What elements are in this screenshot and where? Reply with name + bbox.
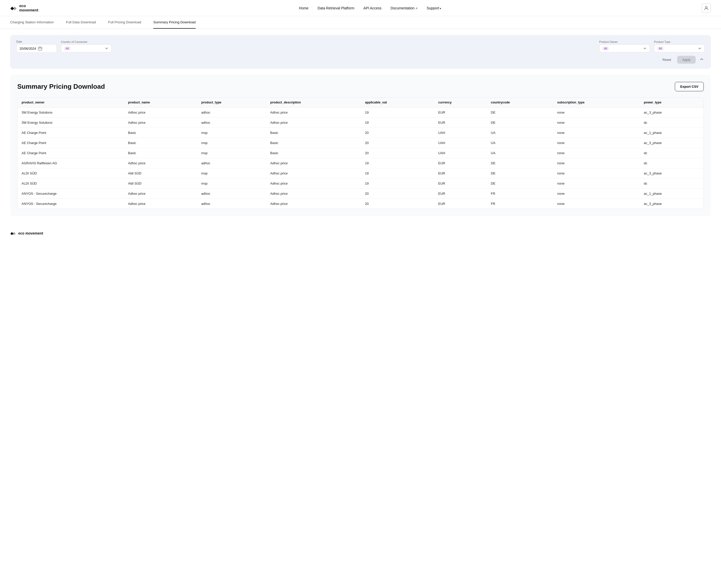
- tab-summary-pricing[interactable]: Summary Pricing Download: [153, 16, 196, 29]
- logo-icon: [10, 4, 17, 12]
- cell-countrycode: UA: [487, 148, 553, 158]
- cell-power_type: ac_3_phase: [640, 138, 703, 148]
- tab-full-data[interactable]: Full Data Download: [66, 16, 96, 29]
- footer-logo: eco movement: [10, 230, 43, 236]
- apply-button[interactable]: Apply: [677, 56, 696, 64]
- table-row: AGRAVIS Raiffeisen AGAdhoc priceadhocAdh…: [18, 158, 703, 168]
- nav-link-home[interactable]: Home: [299, 6, 308, 10]
- table-row: ANYOS - SecurechargeAdhoc priceadhocAdho…: [18, 199, 703, 209]
- table-row: AE Charge PointBasicmspBasic20UAHUAnonea…: [18, 128, 703, 138]
- data-table-wrapper: product_owner product_name product_type …: [17, 97, 704, 209]
- user-avatar[interactable]: [702, 3, 711, 13]
- nav-link-api[interactable]: API Access: [363, 6, 381, 10]
- chevron-down-icon: [105, 47, 108, 50]
- cell-product_description: Adhoc price: [266, 107, 361, 118]
- cell-power_type: ac_1_phase: [640, 189, 703, 199]
- cell-power_type: dc: [640, 148, 703, 158]
- table-row: ALDI SÜDAldi SÜDmspAdhoc price19EURDEnon…: [18, 178, 703, 189]
- nav-links: Home Data Retrieval Platform API Access …: [299, 6, 441, 10]
- cell-product_description: Basic: [266, 128, 361, 138]
- cell-currency: UAH: [434, 128, 487, 138]
- col-product-type: product_type: [197, 98, 266, 107]
- brand-logo[interactable]: eco movement: [10, 4, 38, 12]
- cell-product_name: Basic: [124, 138, 197, 148]
- date-value: 20/06/2024: [20, 47, 36, 50]
- cell-power_type: ac_1_phase: [640, 128, 703, 138]
- user-icon: [704, 6, 708, 10]
- cell-product_type: msp: [197, 128, 266, 138]
- cell-product_owner: AE Charge Point: [18, 138, 124, 148]
- nav-item-docs[interactable]: Documentation: [390, 6, 418, 10]
- footer-brand-line1: eco: [18, 231, 24, 235]
- nav-link-drp[interactable]: Data Retrieval Platform: [318, 6, 354, 10]
- tab-charging-station[interactable]: Charging Station Information: [10, 16, 54, 29]
- cell-product_name: Adhoc price: [124, 189, 197, 199]
- nav-link-support[interactable]: Support: [427, 6, 441, 10]
- cell-product_owner: ALDI SÜD: [18, 168, 124, 178]
- cell-product_owner: AE Charge Point: [18, 128, 124, 138]
- product-type-select[interactable]: All: [654, 44, 705, 52]
- cell-product_owner: AE Charge Point: [18, 148, 124, 158]
- collapse-button[interactable]: [699, 56, 705, 63]
- filter-row: Date 20/06/2024 Country of Connector All: [16, 40, 705, 53]
- reset-button[interactable]: Reset: [660, 56, 674, 63]
- cell-product_name: Basic: [124, 148, 197, 158]
- cell-product_name: Adhoc price: [124, 107, 197, 118]
- svg-rect-3: [38, 47, 42, 50]
- product-owner-filter-group: Product Owner All: [599, 40, 650, 52]
- country-filter-group: Country of Connector All: [61, 40, 112, 52]
- cell-countrycode: FR: [487, 189, 553, 199]
- cell-product_owner: ANYOS - Securecharge: [18, 189, 124, 199]
- cell-subscription_type: none: [553, 158, 640, 168]
- cell-countrycode: DE: [487, 158, 553, 168]
- product-owner-value: All: [602, 47, 608, 50]
- cell-product_description: Adhoc price: [266, 189, 361, 199]
- cell-power_type: ac_3_phase: [640, 107, 703, 118]
- cell-subscription_type: none: [553, 199, 640, 209]
- cell-applicable_vat: 20: [361, 128, 434, 138]
- date-picker[interactable]: 20/06/2024: [16, 44, 57, 53]
- section-title: Summary Pricing Download: [17, 83, 105, 90]
- cell-currency: UAH: [434, 138, 487, 148]
- cell-product_type: adhoc: [197, 189, 266, 199]
- product-owner-select[interactable]: All: [599, 44, 650, 52]
- cell-power_type: dc: [640, 178, 703, 189]
- table-header: product_owner product_name product_type …: [18, 98, 703, 107]
- filter-bar: Date 20/06/2024 Country of Connector All: [10, 35, 711, 69]
- table-row: ANYOS - SecurechargeAdhoc priceadhocAdho…: [18, 189, 703, 199]
- chevron-up-icon: [700, 57, 704, 61]
- table-row: 3W Energy SolutionsAdhoc priceadhocAdhoc…: [18, 107, 703, 118]
- export-csv-button[interactable]: Export CSV: [675, 82, 704, 91]
- cell-currency: EUR: [434, 189, 487, 199]
- cell-product_name: Basic: [124, 128, 197, 138]
- cell-applicable_vat: 20: [361, 138, 434, 148]
- cell-power_type: dc: [640, 118, 703, 128]
- cell-countrycode: DE: [487, 178, 553, 189]
- cell-product_owner: ANYOS - Securecharge: [18, 199, 124, 209]
- cell-subscription_type: none: [553, 168, 640, 178]
- cell-applicable_vat: 20: [361, 148, 434, 158]
- filter-actions: Reset Apply: [16, 56, 705, 64]
- cell-applicable_vat: 20: [361, 189, 434, 199]
- nav-link-docs[interactable]: Documentation: [390, 6, 418, 10]
- nav-item-home[interactable]: Home: [299, 6, 308, 10]
- cell-countrycode: DE: [487, 107, 553, 118]
- cell-subscription_type: none: [553, 138, 640, 148]
- cell-currency: EUR: [434, 158, 487, 168]
- cell-countrycode: UA: [487, 128, 553, 138]
- nav-item-support[interactable]: Support: [427, 6, 441, 10]
- cell-product_owner: 3W Energy Solutions: [18, 118, 124, 128]
- cell-product_description: Adhoc price: [266, 158, 361, 168]
- country-select[interactable]: All: [61, 44, 112, 52]
- product-type-value: All: [657, 47, 663, 50]
- nav-item-api[interactable]: API Access: [363, 6, 381, 10]
- nav-item-drp[interactable]: Data Retrieval Platform: [318, 6, 354, 10]
- country-value: All: [64, 47, 70, 50]
- cell-subscription_type: none: [553, 107, 640, 118]
- cell-countrycode: UA: [487, 138, 553, 148]
- table-body: 3W Energy SolutionsAdhoc priceadhocAdhoc…: [18, 107, 703, 209]
- cell-applicable_vat: 19: [361, 118, 434, 128]
- svg-point-2: [705, 6, 707, 8]
- col-product-description: product_description: [266, 98, 361, 107]
- tab-full-pricing[interactable]: Full Pricing Download: [108, 16, 141, 29]
